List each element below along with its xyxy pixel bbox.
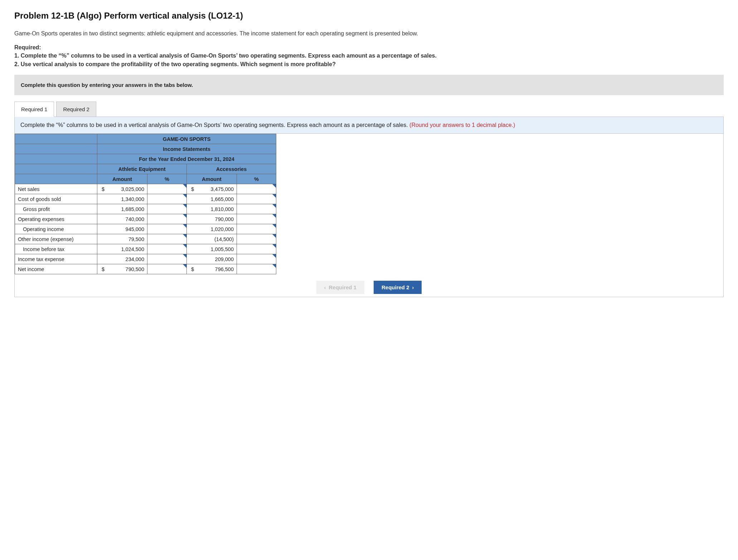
pct-field[interactable] [147, 264, 186, 274]
amount-cell-seg2: 1,810,000 [187, 204, 237, 214]
input-marker-icon [183, 184, 186, 188]
row-label: Income tax expense [15, 254, 97, 264]
pct-input-seg2[interactable] [237, 184, 276, 194]
chevron-left-icon: ‹ [324, 285, 326, 290]
amount-cell-seg1: 740,000 [97, 214, 147, 224]
pct-input-seg2[interactable] [237, 264, 276, 274]
pct-field[interactable] [147, 234, 186, 244]
pct-input-seg1[interactable] [147, 214, 187, 224]
nav-row: ‹ Required 1 Required 2 › [15, 274, 723, 297]
table-row: Other income (expense)79,500(14,500) [15, 234, 276, 244]
pct-input-seg1[interactable] [147, 224, 187, 234]
pct-field[interactable] [237, 184, 276, 194]
page-title: Problem 12-1B (Algo) Perform vertical an… [14, 11, 724, 21]
pct-input-seg2[interactable] [237, 204, 276, 214]
amount-cell-seg1: $3,025,000 [97, 184, 147, 194]
amount-cell-seg2: 1,020,000 [187, 224, 237, 234]
amount-cell-seg2: $3,475,000 [187, 184, 237, 194]
input-marker-icon [272, 244, 276, 248]
col-pct-1: % [147, 174, 187, 184]
amount-cell-seg1: 1,340,000 [97, 194, 147, 204]
segment-1-header: Athletic Equipment [97, 164, 187, 174]
pct-field[interactable] [237, 204, 276, 214]
intro-text: Game-On Sports operates in two distinct … [14, 29, 724, 38]
tab-row: Required 1 Required 2 [14, 102, 724, 117]
amount-cell-seg2: 1,005,500 [187, 244, 237, 254]
pct-input-seg1[interactable] [147, 264, 187, 274]
table-row: Cost of goods sold1,340,0001,665,000 [15, 194, 276, 204]
pct-field[interactable] [237, 244, 276, 254]
tab-panel-required-1: Complete the “%” columns to be used in a… [14, 117, 724, 297]
amount-cell-seg1: 945,000 [97, 224, 147, 234]
pct-input-seg2[interactable] [237, 214, 276, 224]
pct-field[interactable] [147, 204, 186, 214]
pct-input-seg2[interactable] [237, 234, 276, 244]
input-marker-icon [272, 214, 276, 218]
pct-field[interactable] [147, 254, 186, 264]
row-label: Operating income [15, 224, 97, 234]
pct-input-seg2[interactable] [237, 244, 276, 254]
table-row: Operating income945,0001,020,000 [15, 224, 276, 234]
pct-field[interactable] [147, 194, 186, 204]
pct-field[interactable] [237, 224, 276, 234]
pct-input-seg1[interactable] [147, 234, 187, 244]
table-row: Net sales$3,025,000$3,475,000 [15, 184, 276, 194]
pct-input-seg2[interactable] [237, 224, 276, 234]
row-label: Gross profit [15, 204, 97, 214]
col-pct-2: % [237, 174, 276, 184]
pct-field[interactable] [147, 214, 186, 224]
problem-body: Game-On Sports operates in two distinct … [14, 29, 724, 68]
income-statement-table: GAME-ON SPORTS Income Statements For the… [15, 134, 276, 274]
amount-cell-seg2: 209,000 [187, 254, 237, 264]
panel-instruction-main: Complete the “%” columns to be used in a… [20, 122, 409, 128]
pct-field[interactable] [237, 264, 276, 274]
input-marker-icon [183, 204, 186, 208]
input-marker-icon [183, 264, 186, 268]
amount-cell-seg2: $796,500 [187, 264, 237, 274]
input-marker-icon [272, 184, 276, 188]
input-marker-icon [272, 254, 276, 258]
pct-field[interactable] [147, 184, 186, 194]
pct-input-seg2[interactable] [237, 254, 276, 264]
pct-input-seg1[interactable] [147, 184, 187, 194]
pct-field[interactable] [147, 244, 186, 254]
input-marker-icon [183, 254, 186, 258]
pct-field[interactable] [237, 254, 276, 264]
input-marker-icon [183, 194, 186, 198]
pct-field[interactable] [237, 214, 276, 224]
instruction-bar: Complete this question by entering your … [14, 75, 724, 95]
amount-cell-seg1: 234,000 [97, 254, 147, 264]
pct-input-seg2[interactable] [237, 194, 276, 204]
table-row: Income tax expense234,000209,000 [15, 254, 276, 264]
row-label: Net sales [15, 184, 97, 194]
amount-cell-seg1: 1,024,500 [97, 244, 147, 254]
segment-2-header: Accessories [187, 164, 276, 174]
next-button-label: Required 2 [382, 284, 409, 290]
pct-input-seg1[interactable] [147, 204, 187, 214]
amount-cell-seg2: (14,500) [187, 234, 237, 244]
pct-field[interactable] [147, 224, 186, 234]
statement-header: Income Statements [97, 144, 276, 154]
input-marker-icon [272, 194, 276, 198]
input-marker-icon [272, 234, 276, 238]
tab-required-1[interactable]: Required 1 [14, 102, 54, 117]
table-row: Net income$790,500$796,500 [15, 264, 276, 274]
tab-required-2[interactable]: Required 2 [56, 102, 96, 117]
pct-field[interactable] [237, 194, 276, 204]
pct-input-seg1[interactable] [147, 194, 187, 204]
panel-instruction-hint: (Round your answers to 1 decimal place.) [409, 122, 515, 128]
panel-instruction: Complete the “%” columns to be used in a… [15, 117, 723, 134]
input-marker-icon [183, 214, 186, 218]
pct-input-seg1[interactable] [147, 254, 187, 264]
required-label: Required: [14, 44, 41, 50]
table-row: Operating expenses740,000790,000 [15, 214, 276, 224]
col-amount-2: Amount [187, 174, 237, 184]
pct-field[interactable] [237, 234, 276, 244]
next-button[interactable]: Required 2 › [374, 281, 422, 294]
col-amount-1: Amount [97, 174, 147, 184]
input-marker-icon [183, 234, 186, 238]
amount-cell-seg1: 79,500 [97, 234, 147, 244]
pct-input-seg1[interactable] [147, 244, 187, 254]
prev-button: ‹ Required 1 [316, 281, 364, 294]
table-row: Income before tax1,024,5001,005,500 [15, 244, 276, 254]
